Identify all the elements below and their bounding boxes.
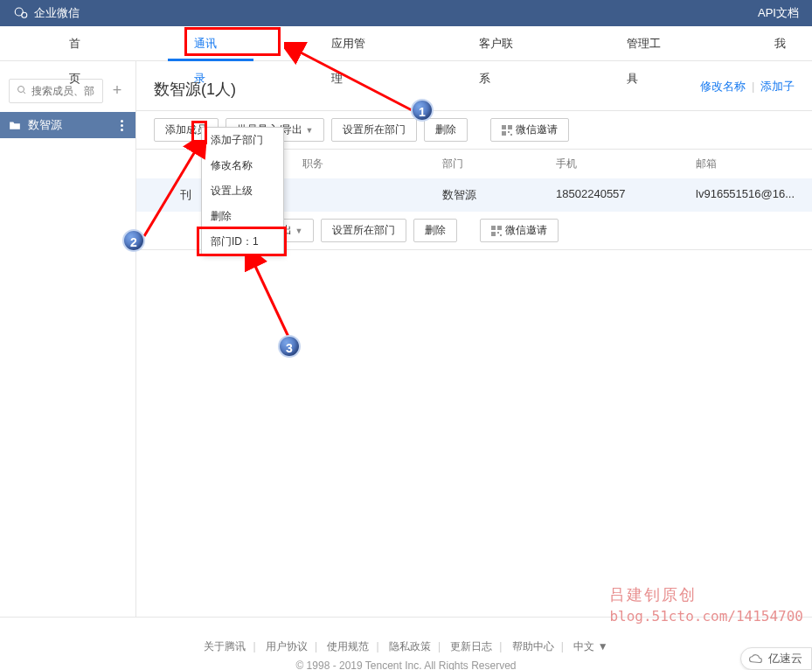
- dept-name: 数智源: [28, 117, 62, 133]
- svg-point-1: [22, 12, 27, 17]
- footer-privacy[interactable]: 隐私政策: [389, 640, 431, 653]
- delete-button[interactable]: 删除: [424, 118, 468, 142]
- svg-line-3: [24, 91, 26, 94]
- nav-customer[interactable]: 客户联系: [453, 26, 550, 61]
- sidebar-dept-item[interactable]: 数智源: [0, 112, 135, 138]
- col-email: 邮箱: [696, 157, 795, 171]
- svg-rect-12: [497, 232, 499, 234]
- set-dept-button-2[interactable]: 设置所在部门: [321, 219, 406, 242]
- svg-rect-7: [508, 131, 510, 133]
- svg-rect-9: [491, 226, 496, 230]
- footer-usage[interactable]: 使用规范: [327, 640, 369, 653]
- menu-add-sub[interactable]: 添加子部门: [202, 128, 283, 153]
- page-title: 数智源(1人): [154, 79, 236, 100]
- add-child-link[interactable]: 添加子: [760, 80, 795, 93]
- wechat-invite-button-2[interactable]: 微信邀请: [480, 219, 559, 242]
- marker-1: 1: [411, 99, 434, 122]
- folder-icon: [9, 120, 21, 130]
- cloud-icon: [748, 653, 764, 665]
- footer-changelog[interactable]: 更新日志: [450, 640, 492, 653]
- caret-down-icon: ▼: [305, 126, 313, 135]
- menu-rename[interactable]: 修改名称: [202, 153, 283, 178]
- search-box[interactable]: [9, 79, 103, 103]
- svg-rect-4: [502, 125, 506, 129]
- nav-home[interactable]: 首页: [43, 26, 117, 61]
- set-dept-button[interactable]: 设置所在部门: [331, 118, 417, 142]
- caret-down-icon: ▼: [295, 227, 302, 235]
- sidebar: + 数智源: [0, 61, 136, 617]
- nav-tools[interactable]: 管理工具: [600, 26, 697, 61]
- svg-rect-8: [510, 134, 512, 136]
- copyright: © 1998 - 2019 Tencent Inc. All Rights Re…: [0, 660, 812, 670]
- watermark: 吕建钊原创 blog.51cto.com/14154700: [609, 584, 803, 626]
- add-button[interactable]: +: [108, 81, 127, 101]
- nav-bar: 首页 通讯录 应用管理 客户联系 管理工具 我: [0, 26, 812, 61]
- col-title: 职务: [302, 157, 442, 171]
- footer-agreement[interactable]: 用户协议: [266, 640, 308, 653]
- svg-point-2: [18, 86, 24, 92]
- menu-delete[interactable]: 删除: [202, 204, 283, 229]
- footer-help[interactable]: 帮助中心: [512, 640, 554, 653]
- api-docs-link[interactable]: API文档: [758, 5, 799, 21]
- nav-apps[interactable]: 应用管理: [305, 26, 402, 61]
- footer-about[interactable]: 关于腾讯: [204, 640, 246, 653]
- col-dept: 部门: [442, 157, 556, 171]
- svg-rect-6: [502, 131, 506, 136]
- svg-rect-5: [508, 125, 512, 129]
- logo-area: 企业微信: [13, 5, 80, 21]
- svg-rect-10: [497, 226, 502, 230]
- marker-3: 3: [278, 335, 301, 358]
- wechat-work-logo-icon: [13, 5, 29, 21]
- marker-2: 2: [122, 229, 145, 252]
- svg-rect-13: [500, 234, 502, 236]
- context-menu: 添加子部门 修改名称 设置上级 删除 部门ID：1: [201, 127, 284, 255]
- dept-more-icon[interactable]: [115, 116, 128, 134]
- qr-icon: [491, 226, 502, 236]
- edit-name-link[interactable]: 修改名称: [700, 80, 746, 93]
- search-input[interactable]: [31, 85, 95, 97]
- footer-lang[interactable]: 中文 ▼: [573, 640, 607, 653]
- menu-dept-id: 部门ID：1: [202, 229, 283, 255]
- nav-contacts[interactable]: 通讯录: [168, 26, 253, 61]
- app-name: 企业微信: [34, 5, 80, 21]
- search-icon: [17, 85, 27, 98]
- menu-set-parent[interactable]: 设置上级: [202, 178, 283, 204]
- delete-button-2[interactable]: 删除: [413, 219, 457, 242]
- col-phone: 手机: [556, 157, 696, 171]
- qr-icon: [502, 125, 512, 136]
- top-bar: 企业微信 API文档: [0, 0, 812, 26]
- svg-rect-11: [491, 232, 496, 236]
- nav-my[interactable]: 我: [748, 26, 812, 61]
- wechat-invite-button[interactable]: 微信邀请: [490, 118, 569, 142]
- yisu-badge[interactable]: 亿速云: [740, 647, 812, 670]
